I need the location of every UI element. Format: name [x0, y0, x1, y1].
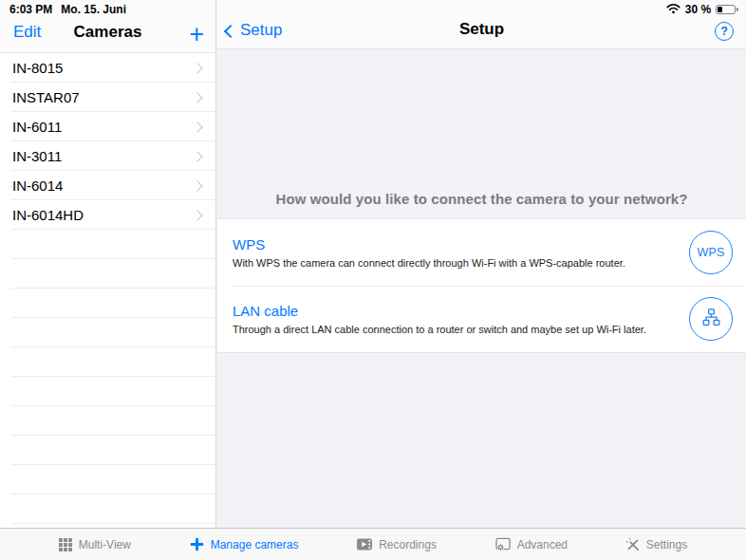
camera-name: IN-8015 [12, 60, 194, 76]
tab-recordings[interactable]: Recordings [357, 538, 437, 551]
grid-icon [59, 538, 72, 551]
wifi-icon [666, 3, 681, 17]
tab-multi-view[interactable]: Multi-View [59, 538, 131, 551]
wps-option-row[interactable]: WPS With WPS the camera can connect dire… [217, 219, 746, 286]
tools-icon [626, 538, 640, 551]
tab-label: Recordings [379, 538, 437, 551]
camera-list: IN-8015 INSTAR07 IN-6011 IN-3011 IN-6014… [0, 53, 215, 524]
tab-bar: Multi-View Manage cameras R [0, 528, 746, 560]
film-icon [357, 538, 372, 551]
tab-settings[interactable]: Settings [626, 538, 687, 551]
empty-list-row [0, 318, 215, 347]
status-bar: 6:03 PM Mo. 15. Juni 30 % [0, 0, 746, 19]
empty-list-row [0, 406, 215, 436]
lan-option-row[interactable]: LAN cable Through a direct LAN cable con… [217, 286, 746, 352]
battery-icon [716, 5, 738, 15]
connection-options: WPS With WPS the camera can connect dire… [217, 218, 746, 353]
camera-row-in-6014hd[interactable]: IN-6014HD [0, 200, 215, 230]
tab-label: Settings [646, 538, 687, 551]
wps-option-title: WPS [233, 236, 676, 252]
battery-percent: 30 % [685, 3, 711, 16]
status-date: Mo. 15. Juni [61, 3, 126, 16]
chevron-right-icon [192, 121, 202, 132]
empty-list-row [0, 289, 215, 318]
tab-label: Advanced [517, 538, 568, 551]
lan-network-icon [700, 308, 722, 329]
question-mark-icon: ? [720, 25, 728, 38]
camera-row-in-6014[interactable]: IN-6014 [0, 171, 215, 200]
chevron-right-icon [192, 92, 202, 103]
chevron-right-icon [192, 180, 202, 191]
help-button[interactable]: ? [715, 22, 734, 41]
empty-list-row [0, 259, 215, 289]
empty-list-row [0, 465, 215, 495]
empty-list-row [0, 377, 215, 406]
empty-list-row [0, 230, 215, 259]
wps-button-label: WPS [697, 246, 724, 259]
lan-cable-button[interactable] [689, 297, 733, 341]
camera-name: IN-6011 [12, 119, 194, 135]
camera-row-in-3011[interactable]: IN-3011 [0, 141, 215, 171]
page-title: Setup [217, 20, 746, 39]
camera-row-in-6011[interactable]: IN-6011 [0, 112, 215, 141]
camera-name: IN-6014HD [12, 207, 194, 223]
sidebar-title: Cameras [0, 23, 215, 42]
wps-button[interactable]: WPS [689, 231, 733, 274]
tab-label: Manage cameras [211, 538, 299, 551]
tab-advanced[interactable]: Advanced [495, 537, 568, 551]
camera-name: INSTAR07 [12, 89, 194, 105]
lan-option-title: LAN cable [233, 303, 676, 319]
chevron-right-icon [192, 63, 202, 73]
empty-list-row [0, 436, 215, 465]
tab-label: Multi-View [79, 538, 131, 551]
setup-panel: Setup Setup ? How would you like to conn… [217, 0, 746, 528]
chevron-right-icon [192, 151, 202, 161]
camera-sidebar: Edit Cameras + IN-8015 INSTAR07 IN-6011 … [0, 0, 216, 528]
empty-list-row [0, 495, 215, 524]
empty-list-row [0, 347, 215, 377]
add-camera-button[interactable]: + [189, 20, 204, 48]
tab-manage-cameras[interactable]: Manage cameras [190, 537, 299, 551]
camera-row-in-8015[interactable]: IN-8015 [0, 53, 215, 83]
app-screen: 6:03 PM Mo. 15. Juni 30 % Edit Cameras + [0, 0, 746, 560]
plus-icon [190, 537, 204, 551]
connection-question: How would you like to connect the camera… [217, 49, 746, 218]
camera-row-instar07[interactable]: INSTAR07 [0, 83, 215, 112]
camera-name: IN-3011 [12, 148, 194, 164]
camera-name: IN-6014 [12, 177, 194, 194]
lan-option-description: Through a direct LAN cable connection to… [233, 324, 676, 335]
chevron-right-icon [192, 210, 202, 220]
wps-option-description: With WPS the camera can connect directly… [233, 257, 676, 269]
window-gear-icon [495, 537, 511, 551]
status-time: 6:03 PM [9, 3, 52, 16]
